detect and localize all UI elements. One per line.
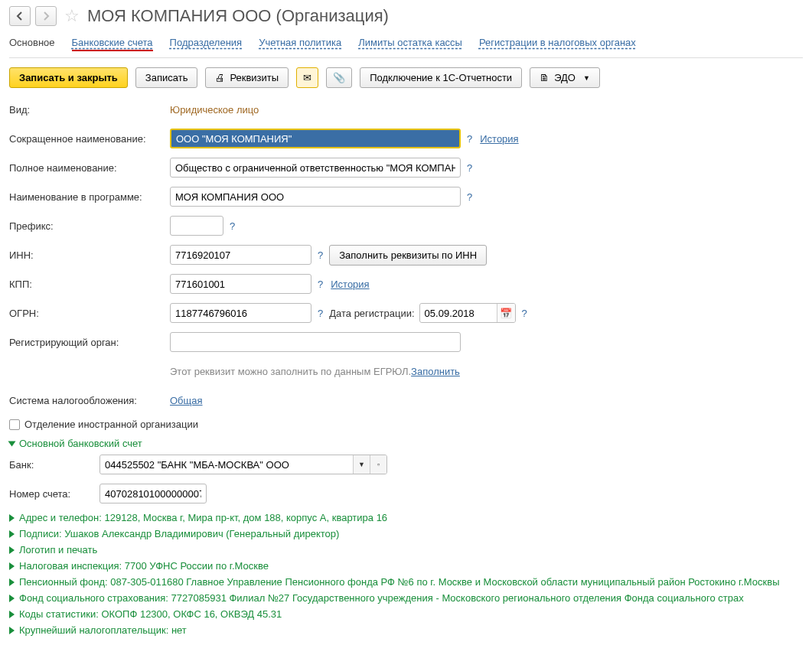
section-address[interactable]: Адрес и телефон: 129128, Москва г, Мира … [9,512,803,523]
reg-authority-label: Регистрирующий орган: [9,337,170,348]
tab-tax-registrations[interactable]: Регистрации в налоговых органах [479,37,636,51]
help-reg-date[interactable]: ? [522,308,527,319]
short-name-input[interactable] [170,129,461,148]
help-inn[interactable]: ? [318,249,323,261]
chevron-right-icon [9,611,15,618]
section-address-title: Адрес и телефон: 129128, Москва г, Мира … [19,512,387,523]
reg-hint-text: Этот реквизит можно заполнить по данным … [170,366,411,377]
section-stat-codes[interactable]: Коды статистики: ОКОПФ 12300, ОКФС 16, О… [9,608,803,620]
kind-label: Вид: [9,104,170,116]
bank-label: Банк: [9,459,99,471]
caret-down-icon: ▼ [358,461,365,468]
section-tax-inspection[interactable]: Налоговая инспекция: 7700 УФНС России по… [9,560,803,572]
paperclip-icon: 📎 [333,72,345,83]
chevron-right-icon [9,514,15,522]
tab-cash-limits[interactable]: Лимиты остатка кассы [358,37,462,51]
nav-back-button[interactable] [9,6,31,26]
fill-link[interactable]: Заполнить [411,366,460,377]
page-title: МОЯ КОМПАНИЯ ООО (Организация) [87,6,389,26]
full-name-label: Полное наименование: [9,162,170,174]
section-logo[interactable]: Логотип и печать [9,544,803,556]
tab-divisions[interactable]: Подразделения [170,37,243,51]
history-link-kpp[interactable]: История [331,279,369,290]
help-short-name[interactable]: ? [467,133,472,145]
help-ogrn[interactable]: ? [318,308,323,319]
ogrn-label: ОГРН: [9,308,170,319]
tab-bar: Основное Банковские счета Подразделения … [9,34,803,58]
inn-label: ИНН: [9,249,170,261]
reg-authority-input[interactable] [170,332,461,352]
nav-forward-button[interactable] [35,6,57,26]
section-pension-fund[interactable]: Пенсионный фонд: 087-305-011680 Главное … [9,576,803,588]
connect-1c-button[interactable]: Подключение к 1С-Отчетности [360,67,522,88]
kpp-label: КПП: [9,279,170,290]
requisites-label: Реквизиты [230,72,279,83]
favorite-star-icon[interactable]: ☆ [64,6,80,26]
section-big-taxpayer[interactable]: Крупнейший налогоплательщик: нет [9,624,803,636]
inn-input[interactable] [170,245,311,265]
ogrn-input[interactable] [170,303,311,323]
tab-accounting-policy[interactable]: Учетная политика [259,37,341,51]
section-big-tax-title: Крупнейший налогоплательщик: нет [19,624,187,636]
kind-value: Юридическое лицо [170,104,259,116]
toolbar: Записать и закрыть Записать 🖨 Реквизиты … [9,67,803,88]
section-bank-account[interactable]: Основной банковский счет [9,438,803,449]
account-label: Номер счета: [9,488,99,500]
tax-system-label: Система налогообложения: [9,395,170,406]
section-social-title: Фонд социального страхования: 7727085931… [19,592,744,604]
bank-input[interactable] [100,455,353,474]
tab-bank-accounts[interactable]: Банковские счета [72,37,153,51]
edo-label: ЭДО [554,72,576,83]
help-full-name[interactable]: ? [467,162,472,174]
section-signatures-title: Подписи: Ушаков Александр Владимирович (… [19,528,339,539]
printer-icon: 🖨 [215,72,225,83]
arrow-left-icon [15,11,24,21]
bank-open-button[interactable]: ▫ [370,455,386,474]
save-button[interactable]: Записать [135,67,198,88]
tax-system-value[interactable]: Общая [170,395,203,406]
calendar-button[interactable]: 📅 [497,304,515,322]
section-logo-title: Логотип и печать [19,544,97,556]
dropdown-caret-icon: ▼ [583,74,590,82]
chevron-right-icon [9,530,15,538]
calendar-icon: 📅 [500,308,512,319]
reg-date-input[interactable] [420,304,497,322]
document-icon: 🗎 [540,72,549,83]
prefix-input[interactable] [170,216,223,236]
section-stats-title: Коды статистики: ОКОПФ 12300, ОКФС 16, О… [19,608,282,620]
mail-icon: ✉ [303,72,311,83]
save-and-close-button[interactable]: Записать и закрыть [9,67,128,88]
help-prefix[interactable]: ? [230,220,235,232]
foreign-branch-label: Отделение иностранной организации [24,419,198,430]
section-social-insurance[interactable]: Фонд социального страхования: 7727085931… [9,592,803,604]
history-link-short[interactable]: История [480,133,518,145]
arrow-right-icon [41,11,51,21]
prog-name-label: Наименование в программе: [9,191,170,203]
open-dialog-icon: ▫ [377,461,380,468]
account-input[interactable] [99,484,207,503]
prefix-label: Префикс: [9,220,170,232]
kpp-input[interactable] [170,274,311,294]
foreign-branch-checkbox[interactable] [9,419,20,430]
help-kpp[interactable]: ? [318,279,323,290]
short-name-label: Сокращенное наименование: [9,133,170,145]
full-name-input[interactable] [170,158,461,178]
edo-button[interactable]: 🗎 ЭДО ▼ [530,67,600,88]
tab-main[interactable]: Основное [9,37,55,51]
section-bank-title: Основной банковский счет [19,438,142,449]
bank-dropdown-button[interactable]: ▼ [353,455,370,474]
section-signatures[interactable]: Подписи: Ушаков Александр Владимирович (… [9,528,803,539]
fill-by-inn-button[interactable]: Заполнить реквизиты по ИНН [329,245,487,266]
section-tax-insp-title: Налоговая инспекция: 7700 УФНС России по… [19,560,269,572]
chevron-right-icon [9,546,15,554]
section-pension-title: Пенсионный фонд: 087-305-011680 Главное … [19,576,779,588]
chevron-right-icon [9,627,15,634]
attachment-button[interactable]: 📎 [326,67,352,88]
mail-button[interactable]: ✉ [296,67,318,88]
chevron-right-icon [9,562,15,570]
prog-name-input[interactable] [170,187,461,207]
chevron-right-icon [9,595,15,602]
reg-date-label: Дата регистрации: [329,308,414,319]
requisites-button[interactable]: 🖨 Реквизиты [205,67,289,88]
help-prog-name[interactable]: ? [467,191,472,203]
